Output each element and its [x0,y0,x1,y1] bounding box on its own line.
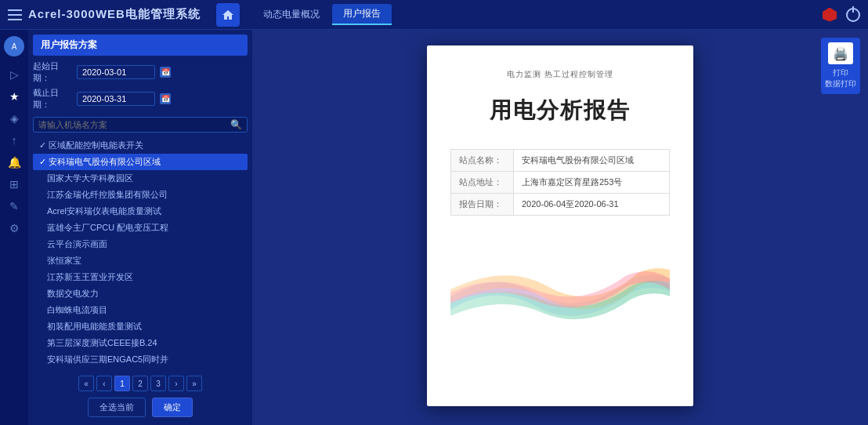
select-all-button[interactable]: 全选当前 [88,398,146,417]
tree-item[interactable]: 数据交电发力 [33,285,248,302]
tree-item[interactable]: Acrel安科瑞仪表电能质量测试 [33,203,248,220]
sidebar-icon-8[interactable]: ⚙ [5,220,23,237]
tree-item[interactable]: ✓ 区域配能控制电能表开关 [33,137,248,154]
print-icon: 🖨️ [828,42,853,64]
end-date-label: 截止日期： [33,87,72,111]
tree-item[interactable]: ✓ 安科瑞电气股份有限公司区域 [33,154,248,170]
tree-item[interactable]: 国家大学大学科教园区 [33,170,248,187]
report-paper: 电力监测 热工过程控制管理 用电分析报告 站点名称：安科瑞电气股份有限公司区域站… [427,45,693,406]
tree-item[interactable]: 第三层深度测试CEEE接B.24 [33,335,248,351]
report-table-label: 站点名称： [451,150,514,172]
page-2-btn[interactable]: 2 [132,376,148,391]
tree-item[interactable]: 张恒家宝 [33,252,248,269]
bottom-buttons: 全选当前 确定 [33,394,248,420]
confirm-button[interactable]: 确定 [152,398,193,417]
wave-decoration [450,239,670,333]
left-panel: 用户报告方案 起始日期： 📅 截止日期： 📅 🔍 ✓ 区域配能控制电能表开关✓ … [28,30,252,425]
page-1-btn[interactable]: 1 [114,376,130,391]
tab-user-report[interactable]: 用户报告 [332,4,392,25]
panel-header: 用户报告方案 [33,35,248,56]
tree-item[interactable]: 江苏新玉王置业开发区 [33,269,248,285]
end-date-input[interactable] [77,92,155,106]
tree-item[interactable]: 安科瑞供应三期ENGAC5同时并 [33,351,248,368]
main-content: 电力监测 热工过程控制管理 用电分析报告 站点名称：安科瑞电气股份有限公司区域站… [252,30,868,425]
report-subtitle: 电力监测 热工过程控制管理 [450,69,670,80]
report-table-value: 安科瑞电气股份有限公司区域 [514,150,670,172]
report-table-label: 站点地址： [451,172,514,194]
search-input[interactable] [38,120,230,129]
tree-item[interactable]: 蓝雄令主厂CPCU 配电变压工程 [33,220,248,236]
search-row: 🔍 [33,117,248,133]
pagination: « ‹ 1 2 3 › » [33,371,248,394]
start-date-calendar-icon[interactable]: 📅 [160,67,171,78]
sidebar-icon-6[interactable]: ⊞ [5,176,23,193]
nav-tabs: 动态电量概况 用户报告 [252,4,392,25]
tree-item[interactable]: 云平台演示画面 [33,236,248,252]
start-date-input[interactable] [77,65,155,79]
tree-item[interactable]: 初装配用电能能质量测试 [33,318,248,335]
sidebar-icons: A ▷ ★ ◈ ↑ 🔔 ⊞ ✎ ⚙ [0,30,28,425]
report-table-label: 报告日期： [451,194,514,216]
avatar: A [4,36,24,56]
notification-icon[interactable] [823,8,837,22]
sidebar-icon-2[interactable]: ★ [5,88,23,105]
sidebar-icon-7[interactable]: ✎ [5,198,23,215]
page-prev-btn[interactable]: ‹ [96,376,112,391]
top-bar: Acrel-3000WEB电能管理系统 动态电量概况 用户报告 [0,0,868,30]
end-date-row: 截止日期： 📅 [33,87,248,111]
page-first-btn[interactable]: « [78,376,94,391]
top-bar-right [823,8,860,22]
sidebar-icon-5[interactable]: 🔔 [5,154,23,171]
tab-dynamic[interactable]: 动态电量概况 [252,5,331,24]
page-3-btn[interactable]: 3 [150,376,166,391]
sidebar-icon-1[interactable]: ▷ [5,66,23,83]
start-date-row: 起始日期： 📅 [33,60,248,84]
start-date-label: 起始日期： [33,60,72,84]
sidebar-icon-3[interactable]: ◈ [5,110,23,127]
tree-item[interactable]: 白蜘蛛电流项目 [33,302,248,318]
end-date-calendar-icon[interactable]: 📅 [160,93,171,104]
page-next-btn[interactable]: › [168,376,184,391]
menu-icon[interactable] [8,9,22,20]
sidebar-icon-4[interactable]: ↑ [5,132,23,149]
home-button[interactable] [216,3,240,27]
tree-item[interactable]: 江苏金瑞化纤控股集团有限公司 [33,187,248,203]
tree-list: ✓ 区域配能控制电能表开关✓ 安科瑞电气股份有限公司区域国家大学大学科教园区江苏… [33,137,248,371]
print-label: 打印 数据打印 [825,67,856,89]
report-info-table: 站点名称：安科瑞电气股份有限公司区域站点地址：上海市嘉定区育星路253号报告日期… [450,149,670,216]
main-layout: A ▷ ★ ◈ ↑ 🔔 ⊞ ✎ ⚙ 用户报告方案 起始日期： 📅 截止日期： 📅… [0,30,868,425]
report-table-value: 上海市嘉定区育星路253号 [514,172,670,194]
page-last-btn[interactable]: » [186,376,202,391]
power-icon[interactable] [846,8,860,22]
print-card[interactable]: 🖨️ 打印 数据打印 [821,38,860,94]
app-title: Acrel-3000WEB电能管理系统 [28,7,201,22]
report-title: 用电分析报告 [450,96,670,125]
search-icon: 🔍 [230,119,242,130]
top-bar-left: Acrel-3000WEB电能管理系统 动态电量概况 用户报告 [8,3,392,27]
report-table-value: 2020-06-04至2020-06-31 [514,194,670,216]
